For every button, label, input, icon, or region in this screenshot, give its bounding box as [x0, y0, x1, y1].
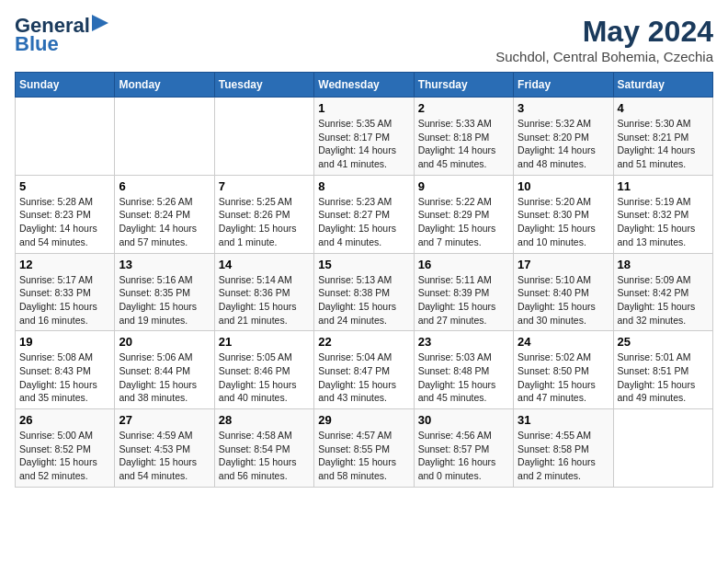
calendar-day-cell: 26Sunrise: 5:00 AM Sunset: 8:52 PM Dayli… [16, 409, 115, 488]
day-detail: Sunrise: 5:03 AM Sunset: 8:48 PM Dayligh… [418, 350, 509, 405]
calendar-day-cell: 3Sunrise: 5:32 AM Sunset: 8:20 PM Daylig… [514, 98, 613, 176]
day-detail: Sunrise: 4:56 AM Sunset: 8:57 PM Dayligh… [418, 429, 509, 483]
calendar-week-row: 1Sunrise: 5:35 AM Sunset: 8:17 PM Daylig… [16, 98, 713, 176]
calendar-day-cell: 25Sunrise: 5:01 AM Sunset: 8:51 PM Dayli… [613, 331, 712, 409]
logo: General Blue [15, 15, 108, 55]
day-detail: Sunrise: 4:55 AM Sunset: 8:58 PM Dayligh… [518, 429, 609, 483]
day-number: 1 [318, 101, 409, 115]
calendar-day-header: Wednesday [314, 73, 414, 98]
day-detail: Sunrise: 5:30 AM Sunset: 8:21 PM Dayligh… [618, 117, 709, 171]
calendar-day-header: Tuesday [214, 73, 313, 98]
day-number: 13 [119, 258, 210, 271]
day-number: 30 [418, 413, 509, 427]
day-number: 23 [418, 335, 509, 349]
calendar-day-cell: 5Sunrise: 5:28 AM Sunset: 8:23 PM Daylig… [16, 175, 115, 253]
day-number: 16 [418, 258, 509, 271]
day-number: 29 [318, 413, 409, 427]
calendar-day-cell: 29Sunrise: 4:57 AM Sunset: 8:55 PM Dayli… [314, 409, 414, 488]
calendar-day-cell: 22Sunrise: 5:04 AM Sunset: 8:47 PM Dayli… [314, 331, 414, 409]
day-detail: Sunrise: 5:04 AM Sunset: 8:47 PM Dayligh… [318, 350, 409, 405]
day-number: 2 [418, 101, 509, 115]
calendar-week-row: 19Sunrise: 5:08 AM Sunset: 8:43 PM Dayli… [16, 331, 713, 409]
day-number: 17 [518, 258, 609, 271]
day-number: 8 [318, 179, 409, 193]
page-header: General Blue May 2024 Suchdol, Central B… [15, 15, 713, 64]
calendar-day-header: Thursday [414, 73, 513, 98]
day-detail: Sunrise: 5:00 AM Sunset: 8:52 PM Dayligh… [19, 429, 110, 483]
day-detail: Sunrise: 5:23 AM Sunset: 8:27 PM Dayligh… [318, 195, 409, 249]
calendar-day-cell: 23Sunrise: 5:03 AM Sunset: 8:48 PM Dayli… [414, 331, 513, 409]
calendar-day-cell: 17Sunrise: 5:10 AM Sunset: 8:40 PM Dayli… [514, 253, 613, 331]
calendar-day-header: Sunday [16, 73, 115, 98]
calendar-table: SundayMondayTuesdayWednesdayThursdayFrid… [15, 72, 713, 488]
day-detail: Sunrise: 5:28 AM Sunset: 8:23 PM Dayligh… [19, 195, 110, 249]
day-detail: Sunrise: 5:09 AM Sunset: 8:42 PM Dayligh… [618, 273, 709, 327]
day-detail: Sunrise: 5:08 AM Sunset: 8:43 PM Dayligh… [19, 350, 110, 405]
calendar-day-cell: 30Sunrise: 4:56 AM Sunset: 8:57 PM Dayli… [414, 409, 513, 488]
day-number: 9 [418, 179, 509, 193]
calendar-day-cell: 31Sunrise: 4:55 AM Sunset: 8:58 PM Dayli… [514, 409, 613, 488]
day-detail: Sunrise: 5:11 AM Sunset: 8:39 PM Dayligh… [418, 273, 509, 327]
calendar-day-cell: 16Sunrise: 5:11 AM Sunset: 8:39 PM Dayli… [414, 253, 513, 331]
day-number: 15 [318, 258, 409, 271]
day-number: 24 [518, 335, 609, 349]
day-number: 26 [19, 413, 110, 427]
day-number: 10 [518, 179, 609, 193]
calendar-day-cell: 11Sunrise: 5:19 AM Sunset: 8:32 PM Dayli… [613, 175, 712, 253]
calendar-day-cell: 2Sunrise: 5:33 AM Sunset: 8:18 PM Daylig… [414, 98, 513, 176]
calendar-day-cell [613, 409, 712, 488]
day-number: 14 [219, 258, 310, 271]
day-detail: Sunrise: 5:22 AM Sunset: 8:29 PM Dayligh… [418, 195, 509, 249]
logo-arrow-icon [92, 15, 108, 31]
calendar-day-cell: 21Sunrise: 5:05 AM Sunset: 8:46 PM Dayli… [214, 331, 313, 409]
day-number: 25 [618, 335, 709, 349]
day-detail: Sunrise: 4:59 AM Sunset: 4:53 PM Dayligh… [119, 429, 210, 483]
calendar-day-cell [214, 98, 313, 176]
day-number: 11 [618, 179, 709, 193]
day-number: 21 [219, 335, 310, 349]
day-number: 5 [19, 179, 110, 193]
day-detail: Sunrise: 5:14 AM Sunset: 8:36 PM Dayligh… [219, 273, 310, 327]
calendar-body: 1Sunrise: 5:35 AM Sunset: 8:17 PM Daylig… [16, 98, 713, 488]
day-number: 20 [119, 335, 210, 349]
day-detail: Sunrise: 5:19 AM Sunset: 8:32 PM Dayligh… [618, 195, 709, 249]
day-detail: Sunrise: 5:17 AM Sunset: 8:33 PM Dayligh… [19, 273, 110, 327]
calendar-day-cell: 7Sunrise: 5:25 AM Sunset: 8:26 PM Daylig… [214, 175, 313, 253]
day-number: 6 [119, 179, 210, 193]
title-block: May 2024 Suchdol, Central Bohemia, Czech… [495, 15, 713, 64]
day-detail: Sunrise: 5:05 AM Sunset: 8:46 PM Dayligh… [219, 350, 310, 405]
calendar-day-cell [115, 98, 214, 176]
calendar-day-cell: 1Sunrise: 5:35 AM Sunset: 8:17 PM Daylig… [314, 98, 414, 176]
day-number: 3 [518, 101, 609, 115]
day-detail: Sunrise: 5:35 AM Sunset: 8:17 PM Dayligh… [318, 117, 409, 171]
day-detail: Sunrise: 5:33 AM Sunset: 8:18 PM Dayligh… [418, 117, 509, 171]
day-detail: Sunrise: 4:57 AM Sunset: 8:55 PM Dayligh… [318, 429, 409, 483]
page-title: May 2024 [495, 15, 713, 49]
calendar-day-cell: 13Sunrise: 5:16 AM Sunset: 8:35 PM Dayli… [115, 253, 214, 331]
calendar-day-header: Friday [514, 73, 613, 98]
calendar-day-cell: 24Sunrise: 5:02 AM Sunset: 8:50 PM Dayli… [514, 331, 613, 409]
day-detail: Sunrise: 5:25 AM Sunset: 8:26 PM Dayligh… [219, 195, 310, 249]
day-number: 7 [219, 179, 310, 193]
svg-marker-0 [92, 15, 108, 31]
day-number: 12 [19, 258, 110, 271]
logo-blue: Blue [15, 33, 59, 55]
day-detail: Sunrise: 5:01 AM Sunset: 8:51 PM Dayligh… [618, 350, 709, 405]
calendar-header-row: SundayMondayTuesdayWednesdayThursdayFrid… [16, 73, 713, 98]
calendar-day-cell: 6Sunrise: 5:26 AM Sunset: 8:24 PM Daylig… [115, 175, 214, 253]
calendar-day-cell: 12Sunrise: 5:17 AM Sunset: 8:33 PM Dayli… [16, 253, 115, 331]
calendar-day-header: Monday [115, 73, 214, 98]
calendar-day-cell: 15Sunrise: 5:13 AM Sunset: 8:38 PM Dayli… [314, 253, 414, 331]
calendar-day-cell: 8Sunrise: 5:23 AM Sunset: 8:27 PM Daylig… [314, 175, 414, 253]
calendar-day-cell: 20Sunrise: 5:06 AM Sunset: 8:44 PM Dayli… [115, 331, 214, 409]
day-detail: Sunrise: 5:20 AM Sunset: 8:30 PM Dayligh… [518, 195, 609, 249]
page-subtitle: Suchdol, Central Bohemia, Czechia [495, 49, 713, 64]
day-number: 31 [518, 413, 609, 427]
calendar-week-row: 5Sunrise: 5:28 AM Sunset: 8:23 PM Daylig… [16, 175, 713, 253]
day-detail: Sunrise: 5:16 AM Sunset: 8:35 PM Dayligh… [119, 273, 210, 327]
day-number: 27 [119, 413, 210, 427]
calendar-week-row: 26Sunrise: 5:00 AM Sunset: 8:52 PM Dayli… [16, 409, 713, 488]
day-number: 22 [318, 335, 409, 349]
calendar-day-cell: 18Sunrise: 5:09 AM Sunset: 8:42 PM Dayli… [613, 253, 712, 331]
calendar-day-header: Saturday [613, 73, 712, 98]
